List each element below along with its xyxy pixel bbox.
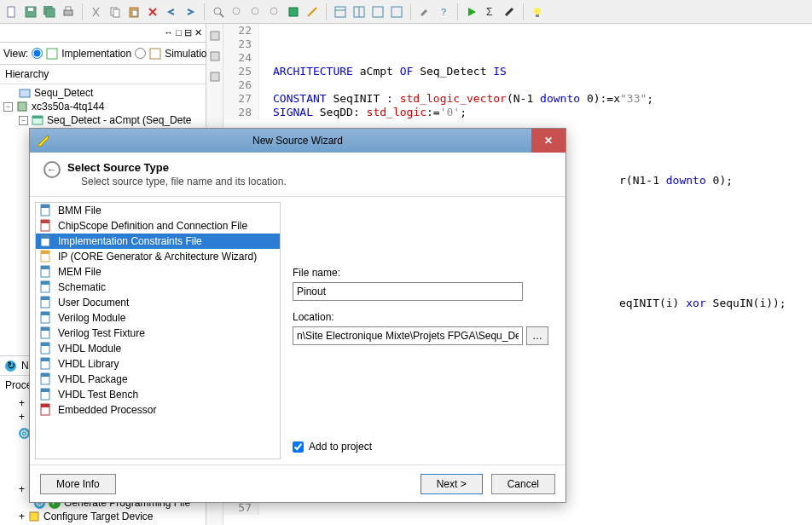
- target-icon[interactable]: [285, 3, 302, 20]
- browse-button[interactable]: …: [526, 326, 548, 345]
- collapse-icon[interactable]: −: [3, 102, 13, 112]
- win3-icon[interactable]: [369, 3, 386, 20]
- source-type-item[interactable]: Schematic: [36, 280, 280, 295]
- source-type-item[interactable]: VHDL Package: [36, 372, 280, 387]
- code-text: ARCHITECTURE aCmpt OF Seq_Detect IS: [259, 65, 507, 78]
- win2-icon[interactable]: [351, 3, 368, 20]
- file-icon: [39, 357, 53, 371]
- wizard-icon: [35, 133, 47, 145]
- win1-icon[interactable]: [332, 3, 349, 20]
- svg-line-21: [308, 8, 316, 16]
- copy-icon[interactable]: [107, 3, 124, 20]
- source-type-item[interactable]: VHDL Test Bench: [36, 387, 280, 402]
- line-number: 28: [223, 106, 259, 119]
- gutter-icon[interactable]: [206, 48, 223, 65]
- source-type-item[interactable]: Embedded Processor: [36, 402, 280, 418]
- source-type-item[interactable]: MEM File: [36, 264, 280, 280]
- redo-icon[interactable]: [182, 3, 199, 20]
- dialog-titlebar[interactable]: New Source Wizard ✕: [30, 129, 566, 153]
- svg-rect-71: [41, 373, 49, 377]
- source-type-label: MEM File: [58, 266, 102, 278]
- step-subtitle: Select source type, file name and its lo…: [67, 176, 552, 188]
- cancel-button[interactable]: Cancel: [491, 474, 555, 494]
- location-input[interactable]: [293, 326, 523, 345]
- sim-radio[interactable]: [135, 48, 146, 59]
- cut-icon[interactable]: [88, 3, 105, 20]
- line-number: 57: [223, 501, 259, 515]
- filename-input[interactable]: [293, 282, 523, 301]
- bulb-icon[interactable]: [529, 3, 546, 20]
- source-type-item[interactable]: Verilog Module: [36, 310, 280, 326]
- source-type-label: BMM File: [58, 205, 102, 216]
- source-type-item[interactable]: VHDL Library: [36, 356, 280, 372]
- svg-rect-75: [41, 404, 49, 407]
- telescope-icon[interactable]: [501, 3, 518, 20]
- source-type-list[interactable]: BMM FileChipScope Definition and Connect…: [35, 202, 281, 459]
- impl-icon: [46, 48, 58, 60]
- dialog-title: New Source Wizard: [252, 135, 343, 147]
- gutter-icon[interactable]: [206, 27, 223, 44]
- more-info-button[interactable]: More Info: [40, 474, 116, 494]
- saveall-icon[interactable]: [41, 3, 58, 20]
- new-icon[interactable]: [3, 3, 20, 20]
- source-type-item[interactable]: BMM File: [36, 203, 280, 218]
- file-icon: [39, 311, 53, 325]
- dock-icons[interactable]: ↔ □ ⊟ ✕: [164, 27, 202, 38]
- undo-icon[interactable]: [163, 3, 180, 20]
- proc-row[interactable]: +Configure Target Device: [0, 510, 206, 523]
- back-button[interactable]: ←: [44, 161, 61, 178]
- file-icon: [39, 250, 53, 263]
- svg-rect-6: [66, 7, 71, 10]
- source-type-item[interactable]: Implementation Constraints File: [36, 234, 280, 249]
- svg-point-19: [270, 8, 277, 14]
- source-type-item[interactable]: ChipScope Definition and Connection File: [36, 218, 280, 234]
- source-type-item[interactable]: User Document: [36, 295, 280, 310]
- svg-rect-12: [132, 10, 137, 16]
- source-type-label: IP (CORE Generator & Architecture Wizard…: [58, 251, 257, 262]
- run-icon[interactable]: [463, 3, 480, 20]
- tree-item[interactable]: − Seq_Detect - aCmpt (Seq_Dete: [0, 113, 206, 127]
- close-button[interactable]: ✕: [531, 129, 566, 153]
- svg-rect-5: [64, 10, 72, 15]
- source-type-item[interactable]: IP (CORE Generator & Architecture Wizard…: [36, 249, 280, 264]
- refresh-icon[interactable]: ↻: [5, 361, 16, 372]
- next-button[interactable]: Next >: [420, 474, 483, 494]
- find4-icon[interactable]: [266, 3, 283, 20]
- code-text: [259, 78, 273, 92]
- sigma-icon[interactable]: Σ: [482, 3, 499, 20]
- win4-icon[interactable]: [388, 3, 405, 20]
- find3-icon[interactable]: [247, 3, 264, 20]
- source-type-item[interactable]: VHDL Module: [36, 341, 280, 356]
- source-type-label: Implementation Constraints File: [58, 235, 202, 247]
- find-icon[interactable]: [210, 3, 227, 20]
- line-number: 22: [223, 24, 259, 38]
- filename-label: File name:: [293, 267, 550, 279]
- source-type-label: VHDL Library: [58, 358, 119, 370]
- svg-rect-73: [41, 389, 49, 392]
- line-number: 25: [223, 65, 259, 78]
- save-icon[interactable]: [22, 3, 39, 20]
- svg-rect-53: [41, 235, 49, 239]
- tree-item[interactable]: − xc3s50a-4tq144: [0, 100, 206, 113]
- impl-radio[interactable]: [32, 48, 43, 59]
- svg-rect-27: [392, 7, 402, 17]
- code-text: CONSTANT SeqINIT : std_logic_vector(N-1 …: [259, 92, 653, 106]
- delete-icon[interactable]: [144, 3, 161, 20]
- step-title: Select Source Type: [67, 161, 552, 174]
- source-type-item[interactable]: Verilog Test Fixture: [36, 326, 280, 341]
- svg-rect-37: [18, 102, 26, 111]
- print-icon[interactable]: [60, 3, 77, 20]
- svg-rect-55: [41, 251, 49, 254]
- paste-icon[interactable]: [125, 3, 142, 20]
- gutter-icon[interactable]: [206, 68, 223, 85]
- find2-icon[interactable]: [229, 3, 246, 20]
- file-icon: [39, 342, 53, 355]
- wrench-icon[interactable]: [416, 3, 433, 20]
- tree-item[interactable]: Sequ_Detect: [0, 86, 206, 100]
- collapse-icon[interactable]: −: [19, 116, 28, 125]
- line-number: 27: [223, 92, 259, 106]
- add-to-project-checkbox[interactable]: [293, 441, 304, 453]
- help-icon[interactable]: ?: [435, 3, 452, 20]
- line-number: 24: [223, 51, 259, 65]
- edit-icon[interactable]: [304, 3, 321, 20]
